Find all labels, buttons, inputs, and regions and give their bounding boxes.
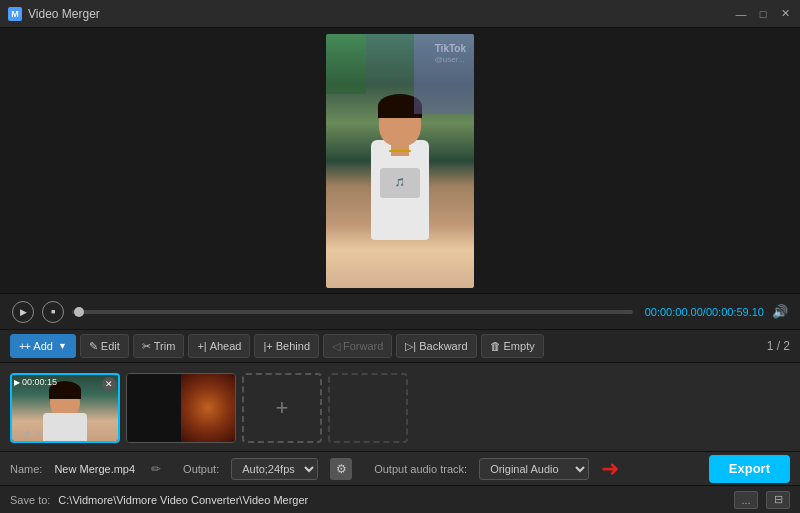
volume-button[interactable]: 🔊 [772,304,788,319]
clip-area: ▶ 00:00:15 □ ★ ✂ ✕ + [0,363,800,453]
app-icon: M [8,7,22,21]
add-clip-button[interactable]: + [242,373,322,443]
ahead-icon: +| [197,340,206,352]
toolbar: + + Add ▼ ✎ Edit ✂ Trim +| Ahead |+ Behi… [0,329,800,363]
browse-button[interactable]: ... [734,491,758,509]
output-select[interactable]: Auto;24fps [231,458,318,480]
footer-controls: Name: New Merge.mp4 ✏ Output: Auto;24fps… [0,451,800,485]
behind-icon: |+ [263,340,272,352]
ahead-button[interactable]: +| Ahead [188,334,250,358]
playback-bar: ▶ ■ 00:00:00.00/00:00:59.10 🔊 [0,293,800,329]
empty-button[interactable]: 🗑 Empty [481,334,544,358]
footer: Name: New Merge.mp4 ✏ Output: Auto;24fps… [0,451,800,513]
close-button[interactable]: ✕ [778,7,792,21]
clip-remove-button[interactable]: ✕ [102,377,116,391]
edit-button[interactable]: ✎ Edit [80,334,129,358]
clip-item[interactable]: ▶ 00:00:15 □ ★ ✂ ✕ [10,373,120,443]
app-title: Video Merger [28,7,734,21]
backward-icon: ▷| [405,340,416,353]
save-to-label: Save to: [10,494,50,506]
name-label: Name: [10,463,42,475]
forward-icon: ◁ [332,340,340,353]
audio-track-select[interactable]: Original Audio [479,458,589,480]
export-button[interactable]: Export [709,455,790,483]
clip-item[interactable] [126,373,236,443]
progress-track[interactable] [72,310,633,314]
trim-button[interactable]: ✂ Trim [133,334,185,358]
export-arrow-icon: ➜ [601,456,619,482]
forward-button[interactable]: ◁ Forward [323,334,392,358]
empty-icon: 🗑 [490,340,501,352]
edit-icon: ✎ [89,340,98,353]
minimize-button[interactable]: — [734,7,748,21]
clip-duration: ▶ 00:00:15 [14,377,57,387]
clip-thumbnail [127,374,235,442]
file-name: New Merge.mp4 [54,463,135,475]
trim-icon: ✂ [142,340,151,353]
progress-indicator [74,307,84,317]
output-settings-button[interactable]: ⚙ [330,458,352,480]
play-button[interactable]: ▶ [12,301,34,323]
maximize-button[interactable]: □ [756,7,770,21]
empty-clip-slot [328,373,408,443]
preview-area: TikTok @user... 🎵 [0,28,800,293]
add-button[interactable]: + + Add ▼ [10,334,76,358]
audio-track-label: Output audio track: [374,463,467,475]
title-bar: M Video Merger — □ ✕ [0,0,800,28]
window-controls: — □ ✕ [734,7,792,21]
clip-icons: □ ★ ✂ [14,428,43,439]
video-preview: TikTok @user... 🎵 [326,34,474,288]
stop-button[interactable]: ■ [42,301,64,323]
video-frame: TikTok @user... 🎵 [326,34,474,288]
add-dropdown-icon: ▼ [58,341,67,351]
page-indicator: 1 / 2 [767,339,790,353]
time-display: 00:00:00.00/00:00:59.10 [645,306,764,318]
behind-button[interactable]: |+ Behind [254,334,319,358]
edit-name-icon[interactable]: ✏ [151,462,161,476]
save-path-value: C:\Vidmore\Vidmore Video Converter\Video… [58,494,726,506]
output-label: Output: [183,463,219,475]
backward-button[interactable]: ▷| Backward [396,334,476,358]
footer-save-path: Save to: C:\Vidmore\Vidmore Video Conver… [0,485,800,513]
open-folder-button[interactable]: ⊟ [766,491,790,509]
